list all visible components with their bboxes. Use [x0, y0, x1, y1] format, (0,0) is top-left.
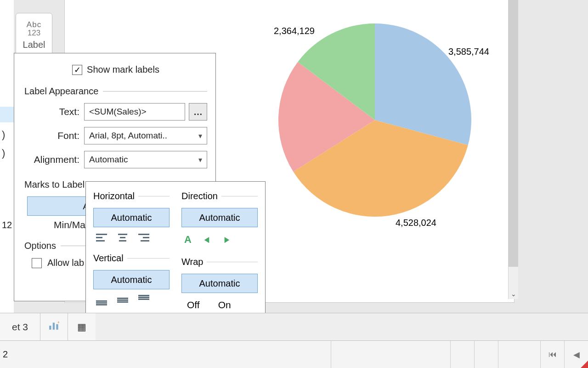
label-card-abc: Abc [27, 20, 41, 29]
align-right-icon[interactable] [138, 234, 149, 242]
label-alignment-value: Automatic [89, 155, 128, 165]
svg-text:+: + [57, 321, 60, 325]
pie-chart[interactable]: 3,585,7444,528,0242,364,129 [278, 23, 471, 217]
pill-fragment [0, 107, 14, 122]
status-bar: 2 ⏮ ◀ [0, 340, 588, 368]
label-text-value: <SUM(Sales)> [89, 107, 147, 117]
svg-rect-1 [52, 323, 54, 330]
direction-normal-icon[interactable]: A [184, 234, 192, 246]
direction-auto-label: Automatic [199, 213, 240, 223]
wrap-auto-label: Automatic [199, 278, 240, 289]
divider [127, 258, 170, 259]
sheet-tab-strip: et 3 + ▦ [0, 313, 588, 340]
horizontal-auto-label: Automatic [111, 213, 152, 223]
font-field-label: Font: [24, 130, 84, 141]
label-appearance-heading: Label Appearance [24, 86, 98, 97]
divider [103, 91, 207, 92]
new-dashboard-icon: ▦ [77, 322, 86, 333]
align-center-icon[interactable] [117, 234, 128, 242]
valign-middle-icon[interactable] [117, 296, 128, 304]
status-left-text: 2 [0, 349, 8, 360]
chart-vertical-scrollbar[interactable]: ⌄ [508, 0, 518, 299]
status-segment [450, 341, 474, 368]
show-mark-labels-label: Show mark labels [87, 64, 159, 75]
allow-labels-overlap-checkbox[interactable] [32, 258, 42, 268]
new-worksheet-button[interactable]: + [40, 313, 68, 340]
label-font-select[interactable]: Arial, 8pt, Automati.. ▾ [84, 127, 207, 144]
scrollbar-thumb[interactable] [509, 0, 518, 267]
new-worksheet-icon: + [48, 321, 60, 333]
divider [207, 262, 258, 262]
wrap-off-option[interactable]: Off [187, 299, 200, 310]
direction-left-icon[interactable]: ◄ [203, 234, 210, 246]
valign-bottom-icon[interactable] [96, 296, 107, 304]
nav-first-icon: ⏮ [548, 350, 557, 359]
alignment-field-label: Alignment: [24, 154, 84, 165]
divider [221, 196, 258, 196]
svg-rect-2 [56, 324, 58, 330]
label-card-123: 123 [28, 29, 40, 38]
wrap-on-option[interactable]: On [218, 299, 231, 310]
left-shelf-fragment: ) ) 12 [0, 0, 14, 313]
allow-labels-label: Allow lab [47, 258, 84, 268]
nav-first-button[interactable]: ⏮ [540, 341, 564, 368]
direction-right-icon[interactable]: ► [223, 234, 231, 246]
pill-paren: ) [2, 147, 5, 159]
new-dashboard-button[interactable]: ▦ [68, 313, 96, 340]
wrap-heading: Wrap [181, 257, 203, 267]
align-left-icon[interactable] [96, 234, 107, 242]
show-mark-labels-checkbox[interactable]: ✓ [72, 65, 82, 75]
options-heading: Options [24, 241, 56, 251]
label-font-value: Arial, 8pt, Automati.. [89, 131, 167, 141]
status-segment [474, 341, 498, 368]
text-field-label: Text: [24, 106, 84, 117]
vertical-heading: Vertical [93, 253, 124, 264]
pie-slice-label: 4,528,024 [396, 218, 436, 228]
status-segment [331, 341, 450, 368]
marks-to-label-heading: Marks to Label [24, 179, 85, 190]
row-number-fragment: 12 [2, 220, 12, 230]
label-alignment-select[interactable]: Automatic ▾ [84, 151, 207, 168]
chevron-down-icon: ⌄ [511, 290, 516, 298]
direction-heading: Direction [181, 191, 218, 201]
resize-grip-icon[interactable] [581, 361, 588, 368]
scroll-down-button[interactable]: ⌄ [509, 289, 518, 299]
vertical-auto-label: Automatic [111, 275, 152, 285]
horizontal-automatic-button[interactable]: Automatic [93, 208, 170, 227]
status-segment [498, 341, 540, 368]
sheet-tab-label: et 3 [12, 322, 28, 333]
nav-prev-icon: ◀ [573, 350, 580, 360]
label-text-input[interactable]: <SUM(Sales)> [84, 103, 185, 121]
marks-label-card[interactable]: Abc 123 Label [16, 13, 52, 57]
pie-slice-label: 3,585,744 [448, 46, 489, 57]
pill-paren: ) [2, 129, 5, 141]
divider [138, 196, 170, 196]
direction-automatic-button[interactable]: Automatic [181, 208, 258, 227]
label-card-title: Label [23, 40, 45, 50]
horizontal-heading: Horizontal [93, 191, 135, 201]
valign-top-icon[interactable] [138, 296, 149, 304]
ellipsis-icon: … [193, 107, 203, 117]
pie-slice-label: 2,364,129 [274, 26, 315, 36]
svg-rect-0 [49, 326, 51, 330]
chevron-down-icon: ▾ [198, 132, 202, 140]
chevron-down-icon: ▾ [198, 155, 202, 164]
edit-label-text-button[interactable]: … [189, 103, 207, 121]
wrap-automatic-button[interactable]: Automatic [181, 274, 258, 293]
vertical-automatic-button[interactable]: Automatic [93, 270, 170, 289]
sheet-tab[interactable]: et 3 [0, 313, 40, 340]
